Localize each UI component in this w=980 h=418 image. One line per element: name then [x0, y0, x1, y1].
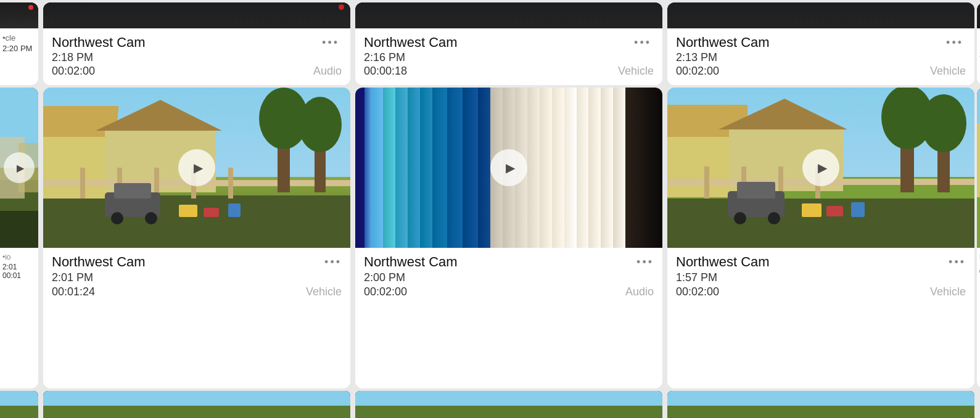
card-main-2-title: Northwest Cam: [364, 254, 458, 270]
partial-tag-left: •cle: [2, 33, 36, 43]
card-main-2-tag: Audio: [625, 285, 654, 298]
card-top-1-duration: 00:02:00: [52, 65, 95, 78]
card-main-2-time: 2:00 PM: [364, 271, 654, 284]
partial-card-right-main: N 1:5 00:: [977, 88, 980, 388]
card-main-1-more[interactable]: •••: [324, 256, 342, 269]
card-top-3-time: 2:13 PM: [676, 51, 966, 64]
card-main-1-title: Northwest Cam: [52, 254, 146, 270]
card-top-3-title: Northwest Cam: [676, 35, 770, 51]
card-top-2-duration: 00:00:18: [364, 65, 407, 78]
partial-card-left-main: ▶ •io 2:01 00:01: [0, 88, 38, 388]
card-main-3-more[interactable]: •••: [949, 256, 966, 269]
card-top-2-title: Northwest Cam: [364, 35, 458, 51]
cards-row-main: ▶ •io 2:01 00:01: [0, 88, 980, 388]
card-main-1-time: 2:01 PM: [52, 271, 342, 284]
play-btn-main-1[interactable]: ▶: [178, 149, 215, 186]
card-top-3: Northwest Cam ••• 2:13 PM 00:02:00 Vehic…: [667, 2, 974, 85]
cards-row-bottom: [0, 388, 980, 418]
card-main-3-title: Northwest Cam: [676, 254, 770, 270]
main-container: •cle 2:20 PM Northwest Cam ••• 2:18 PM 0…: [0, 0, 980, 418]
svg-rect-59: [0, 406, 38, 418]
card-top-2-time: 2:16 PM: [364, 51, 654, 64]
card-main-1-duration: 00:01:24: [52, 285, 95, 298]
card-main-2-more[interactable]: •••: [636, 256, 654, 269]
play-btn-main-3[interactable]: ▶: [802, 149, 839, 186]
partial-card-left-top: •cle 2:20 PM: [0, 2, 38, 85]
card-main-2-duration: 00:02:00: [364, 285, 407, 298]
play-btn-left-partial[interactable]: ▶: [4, 152, 35, 183]
card-top-3-tag: Vehicle: [930, 65, 966, 78]
partial-card-right-top: N 2:: [977, 2, 980, 85]
play-btn-main-2[interactable]: ▶: [490, 149, 527, 186]
svg-rect-63: [355, 406, 662, 418]
card-main-2: ▶ Northwest Cam ••• 2:00 PM 00:02:00 Aud…: [355, 88, 662, 388]
card-main-3: ▶ Northwest Cam ••• 1:57 PM 00:02:00 Veh…: [667, 88, 974, 388]
card-main-3-tag: Vehicle: [930, 285, 966, 298]
svg-rect-57: [977, 123, 980, 197]
card-top-1: Northwest Cam ••• 2:18 PM 00:02:00 Audio: [43, 2, 350, 85]
card-top-1-more[interactable]: •••: [319, 35, 342, 51]
partial-time-left: 2:20 PM: [2, 44, 36, 53]
card-top-1-tag: Audio: [313, 65, 342, 78]
card-main-3-time: 1:57 PM: [676, 271, 966, 284]
cards-row-top: •cle 2:20 PM Northwest Cam ••• 2:18 PM 0…: [0, 0, 980, 88]
svg-rect-65: [667, 406, 974, 418]
card-main-3-duration: 00:02:00: [676, 285, 719, 298]
svg-rect-61: [43, 406, 350, 418]
card-main-1: ▶ Northwest Cam ••• 2:01 PM 00:01:24 Veh…: [43, 88, 350, 388]
card-top-3-more[interactable]: •••: [944, 35, 966, 51]
card-top-2-tag: Vehicle: [618, 65, 654, 78]
card-top-2-more[interactable]: •••: [632, 35, 654, 51]
card-top-1-time: 2:18 PM: [52, 51, 342, 64]
card-top-3-duration: 00:02:00: [676, 65, 719, 78]
card-top-2: Northwest Cam ••• 2:16 PM 00:00:18 Vehic…: [355, 2, 662, 85]
card-main-1-tag: Vehicle: [306, 285, 342, 298]
card-top-1-title: Northwest Cam: [52, 35, 146, 51]
